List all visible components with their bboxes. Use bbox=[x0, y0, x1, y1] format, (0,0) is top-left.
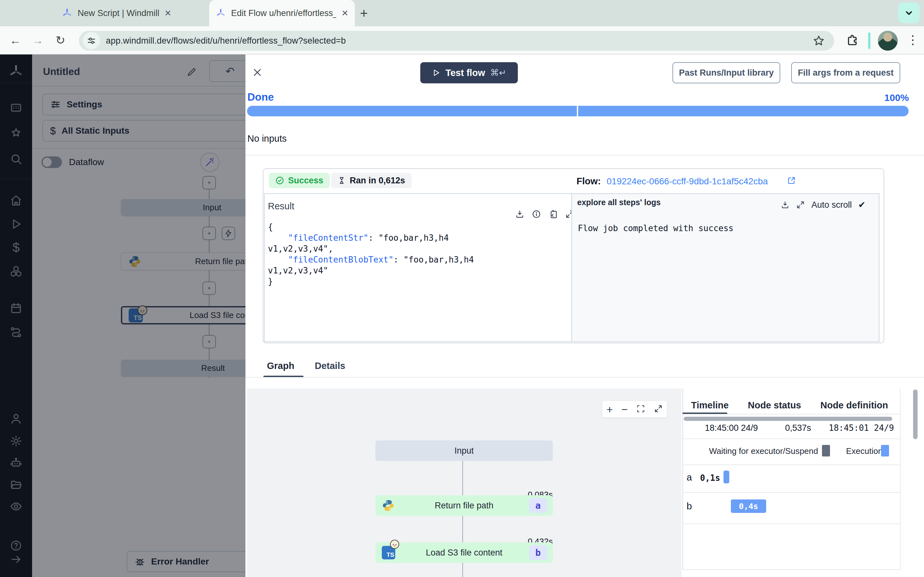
progress-step-divider bbox=[577, 106, 578, 116]
graph-node-input[interactable]: Input bbox=[375, 440, 553, 461]
download-icon[interactable] bbox=[780, 200, 790, 210]
tab-node-status[interactable]: Node status bbox=[748, 400, 801, 411]
bar-duration-label: 0,4s bbox=[739, 502, 758, 511]
copy-clipboard-icon[interactable] bbox=[548, 210, 558, 219]
past-runs-button[interactable]: Past Runs/Input library bbox=[672, 62, 780, 83]
check-circle-icon bbox=[275, 176, 284, 185]
graph-node-b[interactable]: TS Load S3 file content b bbox=[375, 542, 553, 563]
legend-waiting-swatch bbox=[822, 445, 830, 456]
shortcut-hint: ⌘↵ bbox=[490, 68, 506, 78]
info-icon[interactable] bbox=[531, 210, 541, 219]
url-text: app.windmill.dev/flows/edit/u/henri/effo… bbox=[106, 36, 346, 46]
timeline-row-id: b bbox=[687, 501, 692, 512]
tab-graph[interactable]: Graph bbox=[267, 361, 294, 371]
timeline-bar-b: 0,4s bbox=[731, 500, 766, 513]
play-icon bbox=[432, 69, 440, 77]
windmill-app: $ Untitled ↶ Settings $ bbox=[0, 55, 924, 577]
progress-bar bbox=[247, 106, 909, 116]
fit-view-icon[interactable] bbox=[636, 404, 645, 414]
drawer-vertical-scrollbar[interactable] bbox=[913, 390, 918, 439]
timeline-right-border bbox=[900, 388, 901, 570]
duration-label: Ran in 0,612s bbox=[350, 176, 405, 185]
step-id-badge: b bbox=[529, 545, 547, 560]
timeline-horizontal-scrollbar[interactable] bbox=[684, 417, 892, 421]
omnibox[interactable]: app.windmill.dev/flows/edit/u/henri/effo… bbox=[79, 31, 834, 51]
close-tab-icon[interactable]: ✕ bbox=[341, 8, 349, 18]
timeline-total-duration: 0,537s bbox=[785, 423, 811, 433]
bookmark-star-icon[interactable] bbox=[813, 34, 825, 48]
avatar[interactable] bbox=[878, 31, 898, 51]
node-label: Return file path bbox=[435, 501, 493, 511]
graph-node-a[interactable]: Return file path a bbox=[375, 495, 553, 516]
logs-toolbar: Auto scroll ✔ bbox=[780, 200, 866, 210]
fill-args-button[interactable]: Fill args from a request bbox=[791, 62, 900, 83]
job-result-card: Success Ran in 0,612s Flow: 019224ec-066… bbox=[263, 168, 884, 343]
timeline-end-time: 18:45:01 24/9 bbox=[829, 423, 894, 433]
external-link-icon[interactable] bbox=[787, 176, 796, 186]
no-inputs-text: No inputs bbox=[247, 133, 287, 144]
zoom-in-icon[interactable]: + bbox=[606, 403, 613, 416]
result-toolbar bbox=[515, 210, 575, 219]
zoom-out-icon[interactable]: − bbox=[622, 403, 628, 416]
flow-id-link[interactable]: 019224ec-0666-ccff-9dbd-1c1af5c42cba bbox=[607, 176, 768, 187]
node-label: Load S3 file content bbox=[426, 548, 502, 558]
step-id-badge: a bbox=[529, 498, 547, 513]
status-text: Done bbox=[247, 91, 274, 103]
log-line: Flow job completed with success bbox=[578, 223, 733, 233]
test-flow-drawer: Test flow ⌘↵ Past Runs/Input library Fil… bbox=[246, 55, 924, 577]
site-settings-icon[interactable] bbox=[83, 32, 100, 49]
result-pane: Result { "fileContentStr": "foo,bar,h3,h… bbox=[265, 194, 572, 342]
bun-icon bbox=[389, 539, 400, 550]
status-badge: Success bbox=[269, 173, 330, 188]
tab-timeline[interactable]: Timeline bbox=[691, 400, 729, 411]
flow-graph-panel[interactable]: + − Input 0,083s Return file path a 0,43… bbox=[247, 388, 682, 577]
reload-button[interactable]: ↻ bbox=[53, 33, 67, 47]
auto-scroll-label: Auto scroll bbox=[811, 200, 852, 210]
auto-scroll-checkbox[interactable]: ✔ bbox=[858, 200, 866, 210]
forward-button[interactable]: → bbox=[31, 33, 45, 47]
toolbar-divider bbox=[868, 32, 871, 49]
windmill-favicon bbox=[61, 8, 73, 19]
drawer-backdrop[interactable] bbox=[0, 55, 246, 577]
result-json[interactable]: { "fileContentStr": "foo,bar,h3,h4 v1,v2… bbox=[268, 221, 566, 287]
tab-node-definition[interactable]: Node definition bbox=[821, 400, 888, 411]
screen: New Script | Windmill ✕ Edit Flow u/henr… bbox=[0, 0, 924, 577]
tab-search-button[interactable] bbox=[898, 3, 919, 23]
browser-tab-new-script[interactable]: New Script | Windmill ✕ bbox=[55, 0, 203, 26]
result-title: Result bbox=[268, 201, 294, 211]
timeline-bar-a bbox=[724, 471, 729, 484]
hourglass-icon bbox=[338, 176, 346, 185]
close-tab-icon[interactable]: ✕ bbox=[165, 8, 172, 18]
node-label: Input bbox=[454, 446, 473, 456]
logs-title[interactable]: explore all steps' logs bbox=[577, 198, 661, 207]
duration-badge: Ran in 0,612s bbox=[331, 173, 412, 188]
tab-details[interactable]: Details bbox=[315, 361, 345, 371]
browser-tab-strip: New Script | Windmill ✕ Edit Flow u/henr… bbox=[0, 0, 924, 26]
download-icon[interactable] bbox=[515, 210, 525, 219]
progress-percent: 100% bbox=[861, 92, 909, 103]
legend-waiting-label: Waiting for executor/Suspend bbox=[704, 446, 818, 456]
browser-menu-icon[interactable]: ⋮ bbox=[907, 33, 919, 47]
legend-execution-label: Execution bbox=[846, 446, 883, 456]
chevron-down-icon bbox=[903, 7, 915, 19]
timeline-row-duration: 0,1s bbox=[700, 473, 720, 483]
close-drawer-icon[interactable] bbox=[252, 67, 262, 79]
past-runs-label: Past Runs/Input library bbox=[679, 68, 774, 78]
success-label: Success bbox=[288, 176, 323, 185]
graph-zoom-toolbar: + − bbox=[602, 401, 667, 418]
legend-execution-swatch bbox=[881, 445, 889, 456]
tab-title: Edit Flow u/henri/effortless_fl bbox=[231, 8, 336, 18]
new-tab-icon[interactable]: + bbox=[360, 6, 368, 21]
python-icon bbox=[382, 499, 395, 512]
back-button[interactable]: ← bbox=[8, 33, 23, 47]
test-flow-button[interactable]: Test flow ⌘↵ bbox=[420, 62, 518, 83]
timeline-row-id: a bbox=[687, 472, 692, 483]
fullscreen-icon[interactable] bbox=[654, 404, 663, 414]
result-log-split: Result { "fileContentStr": "foo,bar,h3,h… bbox=[264, 193, 879, 342]
logs-pane: explore all steps' logs Auto scroll ✔ Fl… bbox=[572, 194, 879, 342]
browser-tab-edit-flow[interactable]: Edit Flow u/henri/effortless_fl ✕ bbox=[209, 0, 355, 26]
extensions-icon[interactable] bbox=[846, 34, 859, 49]
tab-title: New Script | Windmill bbox=[78, 8, 160, 18]
expand-icon[interactable] bbox=[796, 200, 805, 210]
fill-args-label: Fill args from a request bbox=[798, 68, 894, 78]
